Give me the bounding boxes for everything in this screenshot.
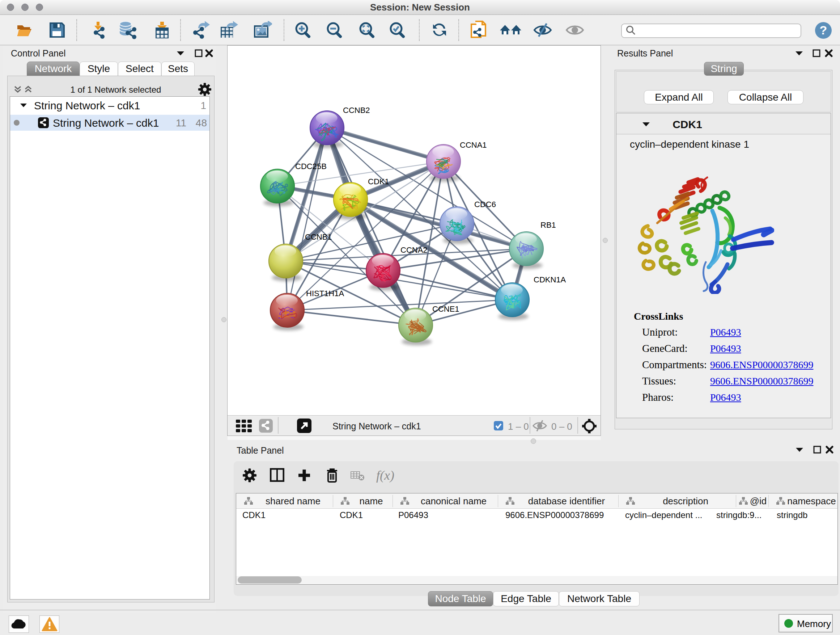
svg-text:CCNA1: CCNA1: [460, 141, 487, 149]
svg-text:RB1: RB1: [540, 220, 556, 230]
svg-text:CDKN1A: CDKN1A: [534, 275, 566, 284]
svg-text:CCNE1: CCNE1: [432, 304, 459, 314]
svg-text:HIST1H1A: HIST1H1A: [306, 289, 344, 298]
svg-text:CCNB1: CCNB1: [305, 233, 332, 241]
svg-text:CDK1: CDK1: [368, 177, 389, 186]
svg-text:CCNB2: CCNB2: [343, 106, 370, 115]
svg-text:CDC6: CDC6: [474, 200, 496, 209]
svg-text:?: ?: [820, 23, 827, 37]
svg-text:CCNA2: CCNA2: [401, 245, 428, 255]
svg-text:CDC25B: CDC25B: [295, 162, 327, 171]
